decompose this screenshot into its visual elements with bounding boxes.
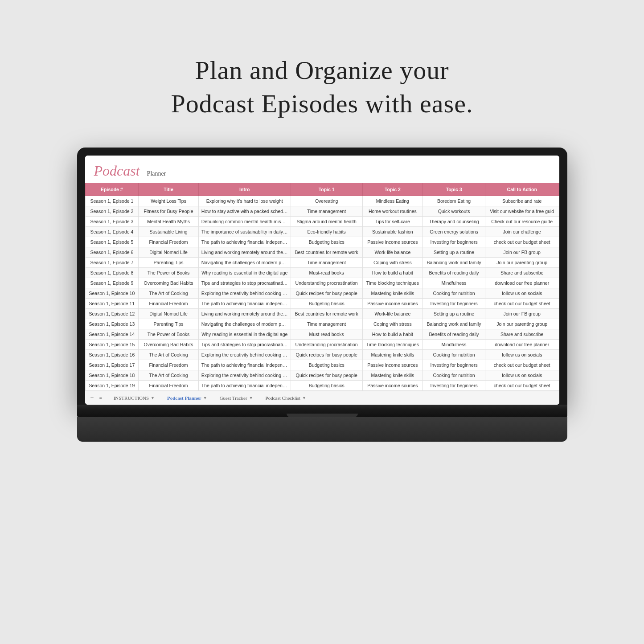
table-row: Season 1, Episode 11Financial FreedomThe… [85,298,559,308]
table-cell: check out our budget sheet [485,298,559,308]
table-cell: download our free planner [485,278,559,288]
tab-podcast-planner[interactable]: Podcast Planner ▼ [163,394,212,402]
table-cell: Exploring the creativity behind cooking … [198,370,291,380]
episode-table: Episode # Title Intro Topic 1 Topic 2 To… [85,183,559,391]
tab-menu-icon[interactable]: ≡ [99,395,102,401]
table-cell: Season 1, Episode 18 [85,370,139,380]
hero-line1: Plan and Organize your [171,53,473,87]
table-cell: Season 1, Episode 3 [85,216,139,226]
table-row: Season 1, Episode 15Overcoming Bad Habit… [85,339,559,349]
table-cell: Check out our resource guide [485,216,559,226]
table-cell: follow us on socials [485,288,559,298]
table-cell: Financial Freedom [139,360,199,370]
table-cell: Balancing work and family [423,319,485,329]
tab-instructions[interactable]: INSTRUCTIONS ▼ [109,394,159,402]
table-cell: Coping with stress [362,319,423,329]
table-cell: Must-read books [291,329,362,339]
table-cell: Cooking for nutrition [423,288,485,298]
hero-line2: Podcast Episodes with ease. [171,87,473,120]
laptop-container: Podcast Planner Episode # Title Intro To… [77,148,567,442]
table-cell: Overcoming Bad Habits [139,278,199,288]
table-cell: Passive income sources [362,380,423,390]
table-cell: Living and working remotely around the w… [198,308,291,319]
table-row: Season 1, Episode 2Fitness for Busy Peop… [85,206,559,216]
table-cell: Budgeting basics [291,360,362,370]
laptop-screen: Podcast Planner Episode # Title Intro To… [85,156,559,405]
table-cell: Season 1, Episode 6 [85,247,139,257]
table-cell: Quick recipes for busy people [291,288,362,298]
table-cell: check out our budget sheet [485,360,559,370]
table-cell: How to stay active with a packed schedul… [198,206,291,216]
col-header-topic2: Topic 2 [362,183,423,196]
table-cell: Home workout routines [362,206,423,216]
add-tab-button[interactable]: + [90,394,94,402]
table-cell: Season 1, Episode 2 [85,206,139,216]
table-cell: Understanding procrastination [291,339,362,349]
table-cell: The importance of sustainability in dail… [198,226,291,237]
table-cell: Season 1, Episode 19 [85,380,139,390]
col-header-intro: Intro [198,183,291,196]
table-row: Season 1, Episode 8The Power of BooksWhy… [85,267,559,278]
table-cell: Season 1, Episode 15 [85,339,139,349]
table-cell: Tips and strategies to stop procrastinat… [198,278,291,288]
table-cell: Understanding procrastination [291,278,362,288]
table-cell: Subscribe and rate [485,196,559,206]
table-cell: Season 1, Episode 9 [85,278,139,288]
table-cell: How to build a habit [362,329,423,339]
col-header-topic1: Topic 1 [291,183,362,196]
hero-section: Plan and Organize your Podcast Episodes … [171,53,473,121]
table-row: Season 1, Episode 7Parenting TipsNavigat… [85,257,559,267]
table-cell: Mastering knife skills [362,288,423,298]
table-cell: Investing for beginners [423,380,485,390]
tab-podcast-checklist-arrow: ▼ [302,396,306,400]
table-cell: The path to achieving financial independ… [198,380,291,390]
table-cell: Share and subscribe [485,267,559,278]
table-cell: Investing for beginners [423,360,485,370]
table-header-row: Episode # Title Intro Topic 1 Topic 2 To… [85,183,559,196]
table-cell: Mental Health Myths [139,216,199,226]
table-cell: The Art of Cooking [139,288,199,298]
table-row: Season 1, Episode 14The Power of BooksWh… [85,329,559,339]
table-cell: Mastering knife skills [362,370,423,380]
table-cell: Budgeting basics [291,380,362,390]
table-row: Season 1, Episode 19Financial FreedomThe… [85,380,559,390]
table-cell: Exploring the creativity behind cooking … [198,288,291,298]
tab-podcast-checklist[interactable]: Podcast Checklist ▼ [261,394,311,402]
tab-instructions-arrow: ▼ [151,396,155,400]
table-row: Season 1, Episode 16The Art of CookingEx… [85,349,559,360]
table-cell: The path to achieving financial independ… [198,298,291,308]
table-cell: Join our challenge [485,226,559,237]
table-cell: Season 1, Episode 12 [85,308,139,319]
table-cell: Join our FB group [485,308,559,319]
table-cell: Season 1, Episode 5 [85,237,139,247]
table-cell: Tips for self-care [362,216,423,226]
table-cell: Passive income sources [362,237,423,247]
table-row: Season 1, Episode 1Weight Loss TipsExplo… [85,196,559,206]
table-cell: Best countries for remote work [291,308,362,319]
table-cell: Benefits of reading daily [423,329,485,339]
table-cell: The Art of Cooking [139,370,199,380]
table-cell: Investing for beginners [423,237,485,247]
table-cell: Why reading is essential in the digital … [198,329,291,339]
table-row: Season 1, Episode 3Mental Health MythsDe… [85,216,559,226]
table-cell: check out our budget sheet [485,237,559,247]
table-cell: Time management [291,206,362,216]
tab-podcast-checklist-label: Podcast Checklist [266,395,301,401]
laptop-keyboard [77,417,567,442]
table-cell: Work-life balance [362,247,423,257]
table-cell: Quick recipes for busy people [291,349,362,360]
tab-instructions-label: INSTRUCTIONS [114,395,149,401]
table-cell: Overcoming Bad Habits [139,339,199,349]
table-cell: Time management [291,319,362,329]
table-cell: Balancing work and family [423,257,485,267]
table-cell: Living and working remotely around the w… [198,247,291,257]
tab-guest-tracker[interactable]: Guest Tracker ▼ [215,394,258,402]
table-cell: Visit our website for a free guid [485,206,559,216]
table-cell: Fitness for Busy People [139,206,199,216]
table-row: Season 1, Episode 18The Art of CookingEx… [85,370,559,380]
col-header-episode: Episode # [85,183,139,196]
table-cell: Season 1, Episode 1 [85,196,139,206]
table-cell: The Power of Books [139,267,199,278]
table-cell: Financial Freedom [139,237,199,247]
table-cell: Green energy solutions [423,226,485,237]
